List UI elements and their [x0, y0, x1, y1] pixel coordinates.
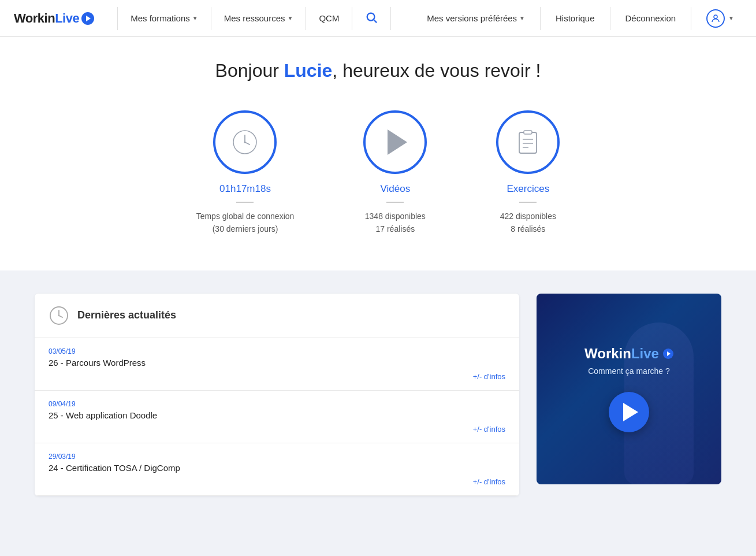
- svg-point-15: [58, 315, 59, 316]
- nav-right: Mes versions préférées ▼ Historique Déco…: [419, 5, 742, 32]
- dropdown-arrow-ressources: ▼: [288, 15, 293, 21]
- hero-section: Bonjour Lucie, heureux de vous revoir ! …: [0, 37, 756, 270]
- stat-exercices-circle: [496, 110, 560, 174]
- stat-videos-circle: [363, 110, 427, 174]
- video-panel: WorkinLive Comment ça marche ?: [537, 294, 721, 484]
- news-date-2: 09/04/19: [49, 400, 505, 408]
- news-more-1[interactable]: +/- d'infos: [49, 372, 505, 383]
- logo-text: WorkinLive: [14, 11, 79, 26]
- news-item-3: 29/03/19 24 - Certification TOSA / DigCo…: [35, 443, 519, 496]
- logo-play-icon: [81, 12, 94, 25]
- svg-point-2: [714, 15, 717, 18]
- nav-historique[interactable]: Historique: [548, 9, 603, 28]
- nav-qcm[interactable]: QCM: [311, 9, 347, 28]
- news-item-1: 03/05/19 26 - Parcours WordPress +/- d'i…: [35, 338, 519, 391]
- dropdown-arrow-avatar: ▼: [728, 15, 734, 21]
- search-icon: [365, 11, 378, 24]
- play-triangle-icon: [388, 129, 407, 155]
- news-more-2[interactable]: +/- d'infos: [49, 425, 505, 436]
- video-subtitle: Comment ça marche ?: [588, 366, 670, 376]
- clipboard-icon: [512, 127, 543, 158]
- news-name-3: 24 - Certification TOSA / DigComp: [49, 463, 505, 473]
- stat-exercices: Exercices 422 disponibles 8 réalisés: [496, 110, 560, 236]
- nav-mes-ressources[interactable]: Mes ressources ▼: [216, 9, 301, 28]
- stat-exercices-divider: [519, 202, 537, 203]
- news-name-2: 25 - Web application Doodle: [49, 410, 505, 420]
- video-content: WorkinLive Comment ça marche ?: [584, 346, 673, 432]
- avatar: [706, 9, 725, 28]
- stat-exercices-desc: 422 disponibles 8 réalisés: [500, 210, 556, 236]
- news-date-1: 03/05/19: [49, 347, 505, 355]
- nav-divider-4: [352, 7, 352, 30]
- nav-divider-5: [390, 7, 391, 30]
- stat-time: 01h17m18s Temps global de connexion (30 …: [196, 110, 295, 236]
- nav-divider-6: [540, 7, 541, 30]
- svg-line-1: [374, 20, 377, 23]
- news-name-1: 26 - Parcours WordPress: [49, 358, 505, 368]
- svg-rect-8: [524, 131, 532, 134]
- nav-divider-8: [691, 7, 691, 30]
- svg-point-0: [367, 13, 375, 21]
- stats-row: 01h17m18s Temps global de connexion (30 …: [12, 110, 744, 236]
- search-button[interactable]: [357, 6, 386, 30]
- navbar: WorkinLive Mes formations ▼ Mes ressourc…: [0, 0, 756, 37]
- stat-time-divider: [236, 202, 254, 203]
- nav-divider-7: [610, 7, 610, 30]
- video-play-button[interactable]: [609, 392, 649, 432]
- stat-videos: Vidéos 1348 disponibles 17 réalisés: [363, 110, 427, 236]
- nav-mes-formations[interactable]: Mes formations ▼: [122, 9, 206, 28]
- nav-deconnexion[interactable]: Déconnexion: [617, 9, 684, 28]
- stat-videos-divider: [386, 202, 404, 203]
- svg-rect-7: [519, 132, 537, 153]
- nav-divider-1: [117, 7, 118, 30]
- bottom-section: Dernières actualités 03/05/19 26 - Parco…: [0, 270, 756, 531]
- nav-mes-versions[interactable]: Mes versions préférées ▼: [419, 9, 533, 28]
- svg-point-6: [244, 142, 246, 143]
- news-more-3[interactable]: +/- d'infos: [49, 477, 505, 488]
- news-date-3: 29/03/19: [49, 453, 505, 461]
- news-clock-icon: [49, 305, 69, 326]
- dropdown-arrow-versions: ▼: [519, 15, 525, 21]
- stat-time-circle: [213, 110, 277, 174]
- video-logo-text: WorkinLive: [584, 346, 659, 362]
- dropdown-arrow-formations: ▼: [192, 15, 198, 21]
- news-title: Dernières actualités: [77, 309, 176, 321]
- clock-icon: [229, 126, 261, 158]
- stat-videos-label: Vidéos: [380, 183, 410, 195]
- nav-divider-3: [306, 7, 306, 30]
- stat-exercices-label: Exercices: [507, 183, 549, 195]
- news-header: Dernières actualités: [35, 294, 519, 338]
- stat-time-label: 01h17m18s: [219, 183, 271, 195]
- greeting-name: Lucie: [284, 60, 333, 81]
- news-item-2: 09/04/19 25 - Web application Doodle +/-…: [35, 391, 519, 443]
- video-logo: WorkinLive: [584, 346, 673, 362]
- stat-time-desc: Temps global de connexion (30 derniers j…: [196, 210, 295, 236]
- nav-avatar-btn[interactable]: ▼: [698, 5, 742, 32]
- greeting: Bonjour Lucie, heureux de vous revoir !: [12, 60, 744, 81]
- news-panel: Dernières actualités 03/05/19 26 - Parco…: [35, 294, 519, 496]
- stat-videos-desc: 1348 disponibles 17 réalisés: [365, 210, 426, 236]
- logo-link[interactable]: WorkinLive: [14, 11, 94, 26]
- video-logo-play-icon: [663, 349, 673, 359]
- nav-divider-2: [211, 7, 211, 30]
